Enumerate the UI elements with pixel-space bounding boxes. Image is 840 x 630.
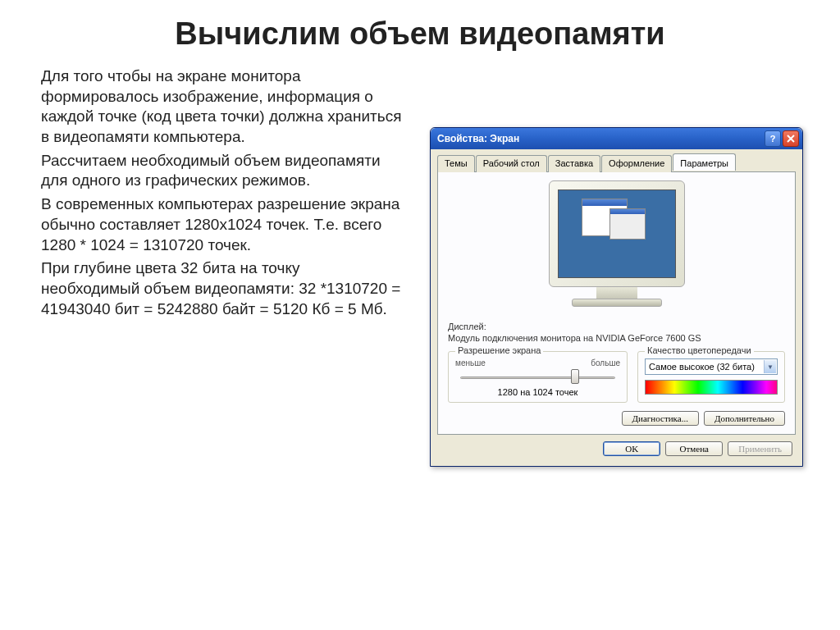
color-spectrum bbox=[645, 380, 778, 395]
resolution-group-title: Разрешение экрана bbox=[455, 345, 543, 355]
tab-screensaver[interactable]: Заставка bbox=[548, 155, 600, 172]
close-icon bbox=[787, 135, 795, 143]
close-button[interactable] bbox=[783, 130, 799, 147]
apply-button[interactable]: Применить bbox=[728, 441, 792, 456]
advanced-button[interactable]: Дополнительно bbox=[704, 411, 785, 426]
tab-desktop[interactable]: Рабочий стол bbox=[476, 155, 547, 172]
color-quality-value: Самое высокое (32 бита) bbox=[649, 362, 755, 372]
resolution-value: 1280 на 1024 точек bbox=[455, 387, 620, 397]
paragraph-4: При глубине цвета 32 бита на точку необх… bbox=[41, 258, 402, 319]
window-title: Свойства: Экран bbox=[437, 133, 765, 144]
monitor-preview bbox=[448, 180, 785, 312]
preview-screen bbox=[558, 189, 676, 278]
resolution-slider[interactable] bbox=[455, 369, 620, 386]
tab-settings[interactable]: Параметры bbox=[673, 153, 736, 171]
cancel-button[interactable]: Отмена bbox=[665, 441, 723, 456]
paragraph-3: В современных компьютерах разрешение экр… bbox=[41, 194, 402, 255]
color-quality-title: Качество цветопередачи bbox=[645, 345, 754, 355]
slide-title: Вычислим объем видеопамяти bbox=[41, 16, 799, 52]
tab-appearance[interactable]: Оформление bbox=[601, 155, 672, 172]
slider-label-less: меньше bbox=[455, 358, 486, 368]
tab-strip: Темы Рабочий стол Заставка Оформление Па… bbox=[431, 149, 802, 171]
display-label: Дисплей: bbox=[448, 322, 785, 331]
paragraph-1: Для того чтобы на экране монитора формир… bbox=[41, 66, 402, 148]
display-value: Модуль подключения монитора на NVIDIA Ge… bbox=[448, 333, 785, 343]
chevron-down-icon: ▼ bbox=[764, 360, 776, 373]
slider-thumb[interactable] bbox=[571, 369, 579, 384]
color-quality-combo[interactable]: Самое высокое (32 бита) ▼ bbox=[645, 358, 778, 375]
slider-label-more: больше bbox=[591, 358, 620, 368]
paragraph-2: Рассчитаем необходимый объем видеопамяти… bbox=[41, 151, 402, 191]
settings-panel: Дисплей: Модуль подключения монитора на … bbox=[437, 171, 796, 435]
resolution-group: Разрешение экрана меньше больше 1280 на … bbox=[448, 351, 628, 403]
color-quality-group: Качество цветопередачи Самое высокое (32… bbox=[637, 351, 785, 403]
display-properties-dialog: Свойства: Экран ? Темы Рабочий стол Заст… bbox=[430, 127, 803, 467]
slide-text: Для того чтобы на экране монитора формир… bbox=[41, 66, 402, 322]
titlebar[interactable]: Свойства: Экран ? bbox=[431, 128, 802, 149]
help-button[interactable]: ? bbox=[765, 130, 781, 147]
diagnostics-button[interactable]: Диагностика... bbox=[622, 411, 699, 426]
tab-themes[interactable]: Темы bbox=[437, 155, 475, 172]
ok-button[interactable]: OK bbox=[603, 441, 660, 456]
